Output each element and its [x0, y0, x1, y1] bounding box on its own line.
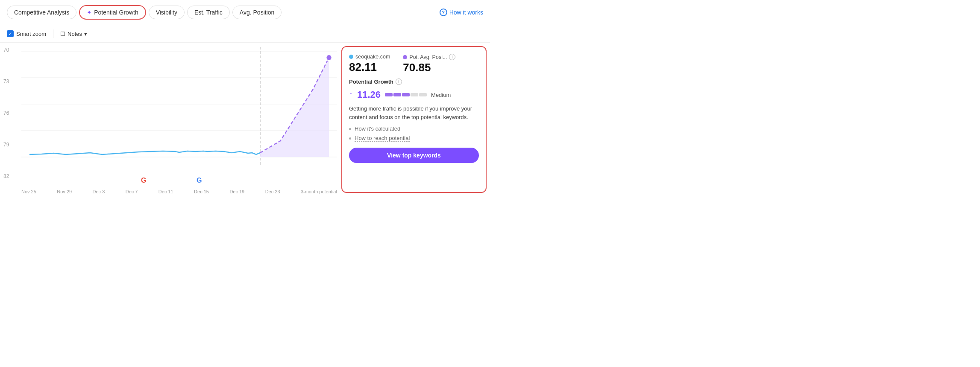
tab-bar: Competitive Analysis ✦ Potential Growth … — [7, 5, 282, 20]
info-icon-2[interactable]: i — [396, 79, 402, 85]
metric2-label: Pot. Avg. Posi... i — [403, 54, 455, 60]
seg-2 — [393, 93, 401, 96]
seg-4 — [411, 93, 418, 96]
metric1-label: seoquake.com — [349, 54, 390, 60]
x-label-2: Dec 3 — [93, 189, 105, 194]
g-icon-1: G — [141, 177, 146, 184]
sparkle-icon: ✦ — [87, 9, 92, 16]
description: Getting more traffic is possible if you … — [349, 105, 479, 121]
y-label-3: 79 — [3, 142, 9, 148]
x-label-1: Nov 29 — [57, 189, 72, 194]
progress-bar — [385, 93, 427, 96]
tab-competitive[interactable]: Competitive Analysis — [7, 6, 76, 19]
metric1-name: seoquake.com — [355, 54, 390, 60]
google-marker-1: G — [141, 177, 146, 184]
chart-toolbar: Smart zoom ☐ Notes ▾ — [0, 25, 490, 43]
y-axis: 70 73 76 79 82 — [3, 47, 9, 179]
sidebar-panel: seoquake.com 82.11 Pot. Avg. Posi... i 7… — [341, 46, 487, 193]
toolbar-divider — [53, 29, 53, 38]
x-label-3: Dec 7 — [126, 189, 138, 194]
notes-icon: ☐ — [60, 31, 65, 37]
metric-col-1: seoquake.com 82.11 — [349, 54, 390, 74]
svg-marker-6 — [260, 58, 329, 157]
x-label-7: Dec 23 — [265, 189, 280, 194]
tab-potential-label: Potential Growth — [94, 9, 138, 16]
metric-col-2: Pot. Avg. Posi... i 70.85 — [403, 54, 455, 74]
seg-5 — [419, 93, 427, 96]
pot-growth-row: Potential Growth i — [349, 79, 479, 85]
y-label-0: 70 — [3, 47, 9, 53]
arrow-up-icon: ↑ — [349, 90, 353, 99]
tab-potential-growth[interactable]: ✦ Potential Growth — [79, 5, 146, 20]
bullet-1 — [349, 128, 351, 130]
svg-point-7 — [326, 55, 332, 61]
top-bar: Competitive Analysis ✦ Potential Growth … — [0, 0, 490, 25]
info-icon-1[interactable]: i — [449, 54, 455, 60]
how-calculated-link[interactable]: How it's calculated — [355, 125, 400, 132]
smart-zoom-label: Smart zoom — [16, 31, 46, 37]
tab-visibility[interactable]: Visibility — [149, 6, 185, 19]
link-item-2: How to reach potential — [349, 135, 479, 142]
dot-purple — [403, 55, 407, 59]
metric1-value: 82.11 — [349, 61, 390, 74]
google-marker-2: G — [197, 177, 202, 184]
smart-zoom-control[interactable]: Smart zoom — [7, 30, 46, 37]
tab-traffic[interactable]: Est. Traffic — [187, 6, 230, 19]
chart-svg — [21, 47, 337, 179]
x-label-8: 3-month potential — [301, 189, 337, 194]
link-item-1: How it's calculated — [349, 125, 479, 132]
metric2-name: Pot. Avg. Posi... — [409, 54, 447, 60]
seg-3 — [402, 93, 410, 96]
chart-area: 70 73 76 79 82 — [0, 43, 341, 196]
notes-button[interactable]: ☐ Notes ▾ — [60, 31, 87, 37]
seg-1 — [385, 93, 393, 96]
x-label-4: Dec 11 — [158, 189, 173, 194]
y-label-2: 76 — [3, 110, 9, 116]
x-label-6: Dec 19 — [229, 189, 244, 194]
notes-chevron: ▾ — [84, 31, 87, 37]
y-label-1: 73 — [3, 79, 9, 84]
growth-value: 11.26 — [357, 89, 381, 100]
question-icon: ? — [440, 9, 447, 16]
notes-label: Notes — [67, 31, 82, 37]
tab-position[interactable]: Avg. Position — [232, 6, 282, 19]
main-content: 70 73 76 79 82 — [0, 43, 490, 196]
how-reach-link[interactable]: How to reach potential — [355, 135, 410, 142]
x-axis: Nov 25 Nov 29 Dec 3 Dec 7 Dec 11 Dec 15 … — [21, 189, 341, 194]
g-icon-2: G — [197, 177, 202, 184]
bullet-2 — [349, 137, 351, 140]
panel-header: seoquake.com 82.11 Pot. Avg. Posi... i 7… — [349, 54, 479, 74]
pot-growth-label-text: Potential Growth — [349, 79, 393, 85]
smart-zoom-checkbox[interactable] — [7, 30, 14, 37]
links-section: How it's calculated How to reach potenti… — [349, 125, 479, 142]
y-label-4: 82 — [3, 173, 9, 179]
growth-row: ↑ 11.26 Medium — [349, 89, 479, 100]
dot-blue — [349, 55, 353, 59]
growth-level: Medium — [431, 92, 451, 98]
x-label-5: Dec 15 — [194, 189, 209, 194]
metric2-value: 70.85 — [403, 61, 455, 74]
x-label-0: Nov 25 — [21, 189, 36, 194]
view-keywords-button[interactable]: View top keywords — [349, 148, 479, 163]
how-it-works-label: How it works — [449, 9, 483, 16]
how-it-works-link[interactable]: ? How it works — [440, 9, 483, 16]
